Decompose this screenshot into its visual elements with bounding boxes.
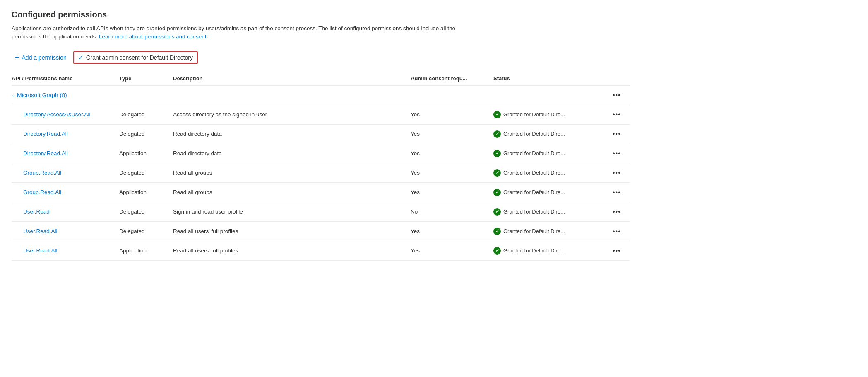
group-more-button[interactable]: •••: [609, 90, 624, 101]
permission-description: Read all groups: [173, 182, 411, 202]
permission-admin-consent: No: [411, 202, 493, 221]
status-text: Granted for Default Dire...: [503, 170, 565, 176]
toolbar: + Add a permission ✓ Grant admin consent…: [12, 51, 630, 64]
permission-name-link[interactable]: Directory.AccessAsUser.All: [12, 111, 91, 118]
permission-more-button[interactable]: •••: [609, 226, 624, 237]
permission-type: Application: [119, 182, 173, 202]
status-text: Granted for Default Dire...: [503, 247, 565, 254]
permission-admin-consent: Yes: [411, 163, 493, 182]
permission-more-button[interactable]: •••: [609, 168, 624, 178]
permission-name-link[interactable]: Group.Read.All: [12, 170, 61, 176]
grant-consent-button[interactable]: ✓ Grant admin consent for Default Direct…: [73, 51, 198, 64]
status-cell: Granted for Default Dire...: [493, 150, 604, 157]
granted-status-icon: [493, 228, 501, 235]
permission-type: Delegated: [119, 124, 173, 144]
permission-more-button[interactable]: •••: [609, 187, 624, 198]
col-header-api: API / Permissions name: [12, 72, 119, 85]
granted-status-icon: [493, 111, 501, 118]
permission-type: Application: [119, 241, 173, 260]
table-row: Group.Read.All Delegated Read all groups…: [12, 163, 630, 182]
permission-name-link[interactable]: Directory.Read.All: [12, 150, 68, 156]
table-row: User.Read.All Delegated Read all users' …: [12, 221, 630, 241]
granted-status-icon: [493, 208, 501, 216]
permission-description: Read all users' full profiles: [173, 221, 411, 241]
granted-status-icon: [493, 150, 501, 157]
status-cell: Granted for Default Dire...: [493, 228, 604, 235]
table-header-row: API / Permissions name Type Description …: [12, 72, 630, 85]
col-header-status: Status: [493, 72, 609, 85]
status-cell: Granted for Default Dire...: [493, 208, 604, 216]
granted-status-icon: [493, 189, 501, 196]
permission-admin-consent: Yes: [411, 221, 493, 241]
chevron-down-icon: ⌄: [12, 92, 15, 98]
table-row: User.Read.All Application Read all users…: [12, 241, 630, 260]
permission-name-link[interactable]: User.Read.All: [12, 228, 58, 234]
permission-more-button[interactable]: •••: [609, 245, 624, 256]
page-container: Configured permissions Applications are …: [0, 0, 642, 271]
granted-status-icon: [493, 130, 501, 138]
permission-more-button[interactable]: •••: [609, 129, 624, 139]
plus-icon: +: [15, 54, 19, 61]
group-row: ⌄ Microsoft Graph (8) •••: [12, 85, 630, 105]
col-header-admin-consent: Admin consent requ...: [411, 72, 493, 85]
permission-type: Delegated: [119, 163, 173, 182]
status-cell: Granted for Default Dire...: [493, 111, 604, 118]
status-text: Granted for Default Dire...: [503, 189, 565, 195]
permission-description: Sign in and read user profile: [173, 202, 411, 221]
col-header-description: Description: [173, 72, 411, 85]
permission-more-button[interactable]: •••: [609, 207, 624, 217]
status-text: Granted for Default Dire...: [503, 111, 565, 118]
table-row: User.Read Delegated Sign in and read use…: [12, 202, 630, 221]
permission-name-link[interactable]: Directory.Read.All: [12, 131, 68, 137]
permission-type: Delegated: [119, 105, 173, 124]
page-title: Configured permissions: [12, 10, 630, 19]
permission-description: Read all groups: [173, 163, 411, 182]
add-permission-button[interactable]: + Add a permission: [12, 52, 70, 63]
permission-more-button[interactable]: •••: [609, 148, 624, 159]
status-cell: Granted for Default Dire...: [493, 189, 604, 196]
permission-description: Access directory as the signed in user: [173, 105, 411, 124]
permission-admin-consent: Yes: [411, 144, 493, 163]
page-description: Applications are authorized to call APIs…: [12, 24, 467, 41]
permission-name-link[interactable]: User.Read.All: [12, 247, 58, 254]
permission-type: Delegated: [119, 221, 173, 241]
permission-description: Read all users' full profiles: [173, 241, 411, 260]
permission-name-link[interactable]: Group.Read.All: [12, 189, 61, 195]
col-header-type: Type: [119, 72, 173, 85]
permission-more-button[interactable]: •••: [609, 109, 624, 120]
permission-admin-consent: Yes: [411, 105, 493, 124]
permission-description: Read directory data: [173, 144, 411, 163]
learn-more-link[interactable]: Learn more about permissions and consent: [99, 34, 207, 40]
table-row: Directory.Read.All Application Read dire…: [12, 144, 630, 163]
status-cell: Granted for Default Dire...: [493, 169, 604, 177]
table-row: Directory.Read.All Delegated Read direct…: [12, 124, 630, 144]
status-cell: Granted for Default Dire...: [493, 130, 604, 138]
col-header-actions: [609, 72, 630, 85]
group-name-link[interactable]: ⌄ Microsoft Graph (8): [12, 92, 609, 98]
granted-status-icon: [493, 169, 501, 177]
permission-description: Read directory data: [173, 124, 411, 144]
permission-admin-consent: Yes: [411, 241, 493, 260]
permission-admin-consent: Yes: [411, 182, 493, 202]
permissions-table: API / Permissions name Type Description …: [12, 72, 630, 261]
permission-name-link[interactable]: User.Read: [12, 209, 50, 215]
checkmark-icon: ✓: [78, 54, 84, 61]
status-text: Granted for Default Dire...: [503, 228, 565, 234]
status-text: Granted for Default Dire...: [503, 150, 565, 156]
status-cell: Granted for Default Dire...: [493, 247, 604, 255]
status-text: Granted for Default Dire...: [503, 209, 565, 215]
status-text: Granted for Default Dire...: [503, 131, 565, 137]
table-row: Directory.AccessAsUser.All Delegated Acc…: [12, 105, 630, 124]
permission-type: Delegated: [119, 202, 173, 221]
permission-admin-consent: Yes: [411, 124, 493, 144]
table-row: Group.Read.All Application Read all grou…: [12, 182, 630, 202]
permission-type: Application: [119, 144, 173, 163]
granted-status-icon: [493, 247, 501, 255]
